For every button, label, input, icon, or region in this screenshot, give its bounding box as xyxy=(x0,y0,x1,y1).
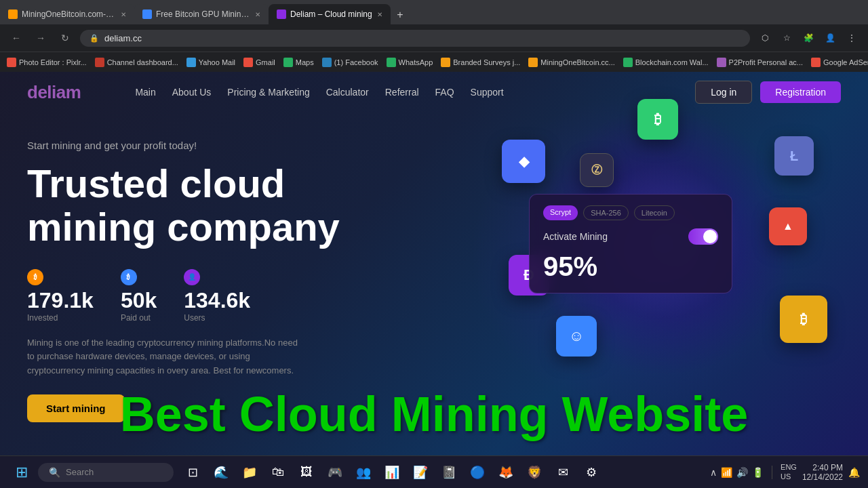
taskbar-app-files[interactable]: 📁 xyxy=(236,459,263,486)
taskbar-app-edge[interactable]: 🌊 xyxy=(208,459,235,486)
nav-support[interactable]: Support xyxy=(471,87,504,98)
taskbar-app-taskview[interactable]: ⊡ xyxy=(179,459,206,486)
bookmark-12[interactable]: Google AdSense xyxy=(811,58,868,67)
stat-value-invested: 179.1k xyxy=(27,288,94,313)
nav-pricing[interactable]: Pricing & Marketing xyxy=(227,87,309,98)
bookmark-1[interactable]: Photo Editor : Pixlr... xyxy=(7,58,87,67)
register-button[interactable]: Registration xyxy=(760,81,841,103)
taskbar-app-photos[interactable]: 🖼 xyxy=(293,459,320,486)
url-bar[interactable]: 🔒 deliam.cc xyxy=(80,30,750,47)
bookmark-icon-3 xyxy=(186,58,196,67)
bookmark-label-4: Gmail xyxy=(256,58,275,66)
tab-2[interactable]: Free Bitcoin GPU Mining, Cloud... ✕ xyxy=(134,4,269,24)
stat-icon-invested: ₿ xyxy=(27,269,43,285)
bookmark-5[interactable]: Maps xyxy=(283,58,314,67)
bookmark-icon-8 xyxy=(441,58,450,67)
mining-activate-label: Activate Mining xyxy=(543,231,608,242)
hero-description: Mining is one of the leading cryptocurre… xyxy=(27,336,298,378)
bookmark-3[interactable]: Yahoo Mail xyxy=(186,58,235,67)
tab-close-2[interactable]: ✕ xyxy=(255,11,260,18)
crypto-eth-icon: ◆ xyxy=(502,140,545,183)
bookmark-11[interactable]: P2Profit Personal ac... xyxy=(717,58,803,67)
nav-main[interactable]: Main xyxy=(135,87,155,98)
bookmark-icon-1 xyxy=(7,58,16,67)
taskbar-app-store[interactable]: 🛍 xyxy=(264,459,292,486)
taskbar-search[interactable]: 🔍 Search xyxy=(38,463,174,482)
site-logo[interactable]: deliam xyxy=(27,82,81,103)
language-indicator[interactable]: ENG US xyxy=(781,463,797,481)
reload-button[interactable]: ↻ xyxy=(56,28,75,47)
taskbar-app-brave[interactable]: 🦁 xyxy=(521,459,548,486)
stat-value-paidout: 50k xyxy=(121,288,157,313)
bookmark-4[interactable]: Gmail xyxy=(243,58,275,67)
system-clock[interactable]: 2:40 PM 12/14/2022 xyxy=(802,463,843,482)
tray-divider xyxy=(772,466,772,479)
taskbar-app-word[interactable]: 📝 xyxy=(407,459,434,486)
taskbar-app-firefox[interactable]: 🦊 xyxy=(492,459,519,486)
bookmark-2[interactable]: Channel dashboard... xyxy=(95,58,178,67)
menu-button[interactable]: ⋮ xyxy=(842,28,861,47)
nav-calculator[interactable]: Calculator xyxy=(326,87,369,98)
login-button[interactable]: Log in xyxy=(695,81,752,104)
bookmark-label-9: MiningOneBitcoin.cc... xyxy=(540,58,614,66)
cast-button[interactable]: ⬡ xyxy=(755,28,774,47)
hero-title: Trusted cloud mining company xyxy=(27,162,434,249)
mining-tab-sha[interactable]: SHA-256 xyxy=(583,205,629,220)
taskbar-app-teams[interactable]: 👥 xyxy=(350,459,377,486)
bookmark-button[interactable]: ☆ xyxy=(777,28,796,47)
windows-icon: ⊞ xyxy=(16,464,28,481)
nav-about[interactable]: About Us xyxy=(172,87,212,98)
tab-close-3[interactable]: ✕ xyxy=(377,11,382,18)
mining-tabs: Scrypt SHA-256 Litecoin xyxy=(543,205,718,220)
tab-bar: MiningOneBitcoin.com-Mining... ✕ Free Bi… xyxy=(0,0,868,24)
bookmark-10[interactable]: Blockchain.com Wal... xyxy=(623,58,709,67)
bookmark-icon-5 xyxy=(283,58,293,67)
nav-faq[interactable]: FAQ xyxy=(435,87,454,98)
taskbar-app-extra[interactable]: ⚙ xyxy=(578,459,605,486)
notification-icon[interactable]: 🔔 xyxy=(848,467,860,478)
mining-tab-scrypt[interactable]: Scrypt xyxy=(543,205,578,220)
tab-close-1[interactable]: ✕ xyxy=(121,11,126,18)
bookmark-8[interactable]: Branded Surveys j... xyxy=(441,58,520,67)
taskbar-app-xbox[interactable]: 🎮 xyxy=(321,459,349,486)
bookmark-label-11: P2Profit Personal ac... xyxy=(729,58,803,66)
bookmark-label-5: Maps xyxy=(296,58,314,66)
battery-icon[interactable]: 🔋 xyxy=(752,467,764,478)
bookmark-7[interactable]: WhatsApp xyxy=(387,58,433,67)
profile-button[interactable]: 👤 xyxy=(821,28,840,47)
bookmark-6[interactable]: (1) Facebook xyxy=(322,58,378,67)
stat-label-users: Users xyxy=(184,313,250,323)
nav-actions: Log in Registration xyxy=(695,81,841,104)
tab-1[interactable]: MiningOneBitcoin.com-Mining... ✕ xyxy=(0,4,134,24)
sound-icon[interactable]: 🔊 xyxy=(736,467,748,478)
taskbar-app-excel[interactable]: 📊 xyxy=(378,459,406,486)
bookmark-icon-6 xyxy=(322,58,332,67)
taskbar-app-onenote[interactable]: 📓 xyxy=(435,459,462,486)
back-button[interactable]: ← xyxy=(7,28,26,47)
nav-links: Main About Us Pricing & Marketing Calcul… xyxy=(135,87,695,98)
mining-toggle[interactable] xyxy=(688,228,718,245)
crypto-btc2-icon: ₿ xyxy=(780,296,827,343)
tab-favicon-1 xyxy=(8,9,18,19)
new-tab-button[interactable]: + xyxy=(391,5,410,24)
bookmark-icon-2 xyxy=(95,58,104,67)
taskbar-app-mail[interactable]: ✉ xyxy=(549,459,576,486)
start-button[interactable]: ⊞ xyxy=(8,459,35,486)
bookmark-label-10: Blockchain.com Wal... xyxy=(635,58,709,66)
bookmark-9[interactable]: MiningOneBitcoin.cc... xyxy=(528,58,614,67)
network-icon[interactable]: 📶 xyxy=(721,467,732,478)
forward-button[interactable]: → xyxy=(31,28,50,47)
extensions-button[interactable]: 🧩 xyxy=(799,28,818,47)
nav-referral[interactable]: Referral xyxy=(385,87,419,98)
stat-invested: ₿ 179.1k Invested xyxy=(27,269,94,323)
bookmark-label-7: WhatsApp xyxy=(399,58,433,66)
lock-icon: 🔒 xyxy=(90,34,99,43)
mining-activate-row: Activate Mining xyxy=(543,228,718,245)
mining-tab-litecoin[interactable]: Litecoin xyxy=(634,205,675,220)
taskbar-app-chrome[interactable]: 🔵 xyxy=(464,459,491,486)
tray-up-icon[interactable]: ∧ xyxy=(710,467,717,478)
website-content: deliam Main About Us Pricing & Marketing… xyxy=(0,72,868,455)
tab-3[interactable]: Deliam – Cloud mining ✕ xyxy=(269,4,391,24)
crypto-ltc-icon: Ł xyxy=(774,136,814,176)
toggle-dot xyxy=(703,230,717,243)
